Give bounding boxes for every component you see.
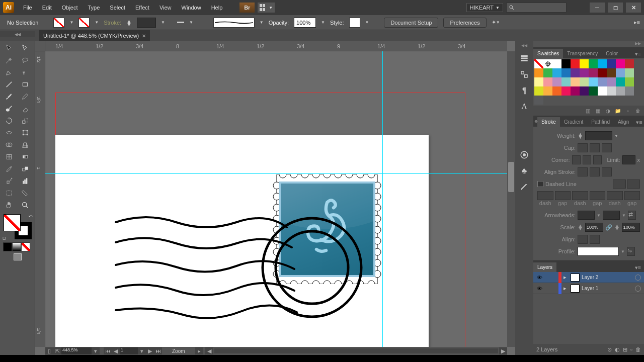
color-mode-none[interactable]: [21, 242, 30, 251]
graphic-style[interactable]: [349, 18, 360, 28]
make-clipping-mask-button[interactable]: ◐: [615, 346, 620, 353]
paintbrush-tool[interactable]: [1, 90, 17, 103]
swatch[interactable]: [607, 59, 616, 68]
swatch[interactable]: [589, 86, 598, 96]
pen-tool[interactable]: [1, 66, 17, 78]
dash-2-input[interactable]: [572, 191, 588, 200]
align-stroke-inside[interactable]: [590, 167, 600, 176]
horizontal-scrollbar[interactable]: [214, 348, 498, 353]
swatch[interactable]: [552, 77, 561, 86]
swatch[interactable]: [580, 68, 589, 77]
swatch[interactable]: [598, 59, 607, 68]
type-tool[interactable]: T: [17, 66, 33, 78]
blend-tool[interactable]: [17, 163, 33, 175]
swatch-kind-menu[interactable]: ▦: [594, 107, 602, 114]
document-tab[interactable]: Untitled-1* @ 448.5% (CMYK/Preview) ✕: [39, 30, 150, 41]
locate-object-button[interactable]: ⊙: [607, 346, 612, 353]
dash-1-input[interactable]: [537, 191, 553, 200]
tab-color[interactable]: Color: [602, 49, 622, 58]
menu-help[interactable]: Help: [206, 2, 228, 14]
perspective-grid-tool[interactable]: [17, 139, 33, 151]
swatch[interactable]: [552, 59, 561, 68]
rectangle-tool[interactable]: [17, 78, 33, 90]
user-menu[interactable]: HIKEART▼: [466, 3, 503, 12]
hand-tool[interactable]: [1, 199, 17, 211]
arrow-scale-start[interactable]: 100%: [585, 223, 603, 232]
character-panel-icon[interactable]: A: [517, 100, 531, 114]
arrowhead-start[interactable]: [578, 211, 595, 220]
stroke-swatch[interactable]: [78, 18, 90, 28]
ruler-origin[interactable]: [35, 41, 45, 51]
symbols-panel-icon[interactable]: ♣: [517, 164, 531, 178]
fill-stroke-indicator[interactable]: ⤺ ◻: [3, 213, 33, 240]
slice-tool[interactable]: [17, 187, 33, 199]
vertical-scrollbar[interactable]: [507, 51, 515, 347]
swatch-options-button[interactable]: ◑: [604, 107, 612, 114]
menu-select[interactable]: Select: [105, 2, 130, 14]
fill-swatch[interactable]: [53, 18, 64, 28]
first-artboard-button[interactable]: ▯: [45, 347, 53, 354]
swatch[interactable]: [571, 68, 580, 77]
gap-2-input[interactable]: [590, 191, 606, 200]
color-mode-solid[interactable]: [3, 242, 12, 251]
swatch[interactable]: [534, 86, 543, 96]
menu-type[interactable]: Type: [83, 2, 105, 14]
cap-butt-button[interactable]: [578, 143, 588, 152]
canvas[interactable]: [45, 51, 507, 347]
scroll-left-button[interactable]: ◀: [205, 347, 213, 354]
corner-bevel-button[interactable]: [593, 155, 602, 164]
scale-tool[interactable]: [17, 115, 33, 127]
tab-swatches[interactable]: Swatches: [533, 49, 563, 58]
swatch[interactable]: [543, 86, 552, 96]
swap-arrowheads-button[interactable]: ⇄: [628, 211, 636, 220]
swatch[interactable]: [625, 77, 634, 86]
lasso-tool[interactable]: [17, 54, 33, 66]
menu-object[interactable]: Object: [57, 2, 83, 14]
swatch[interactable]: [571, 86, 580, 96]
swatch[interactable]: [589, 68, 598, 77]
close-tab-icon[interactable]: ✕: [142, 33, 146, 39]
visibility-toggle[interactable]: 👁: [533, 286, 545, 292]
bridge-button[interactable]: Br: [239, 3, 255, 13]
arrow-scale-end[interactable]: 100%: [622, 223, 640, 232]
swatch[interactable]: [616, 86, 625, 96]
arrowhead-end[interactable]: [603, 211, 620, 220]
expand-layer-icon[interactable]: ▸: [564, 274, 569, 281]
align-to-button[interactable]: ✦▼: [492, 19, 500, 26]
next-page-button[interactable]: ▶: [146, 347, 154, 354]
tab-layers[interactable]: Layers: [533, 262, 556, 272]
eraser-tool[interactable]: [17, 103, 33, 115]
document-setup-button[interactable]: Document Setup: [384, 18, 438, 28]
swatch[interactable]: [561, 68, 571, 77]
search-input[interactable]: [506, 3, 567, 13]
transform-panel-icon[interactable]: [517, 67, 531, 81]
status-dropdown[interactable]: ▸: [195, 347, 203, 354]
gradient-tool[interactable]: [17, 151, 33, 163]
swatch[interactable]: [625, 68, 634, 77]
minimize-button[interactable]: ─: [590, 3, 605, 13]
delete-layer-button[interactable]: 🗑: [635, 346, 641, 353]
swatch[interactable]: [561, 59, 571, 68]
menu-view[interactable]: View: [154, 2, 177, 14]
swatch[interactable]: [534, 68, 543, 77]
layers-panel-menu[interactable]: ▾≡: [632, 263, 644, 272]
layer-target-button[interactable]: [635, 286, 641, 292]
preferences-button[interactable]: Preferences: [443, 18, 486, 28]
corner-miter-button[interactable]: [572, 155, 581, 164]
swatch[interactable]: [534, 96, 543, 105]
restore-button[interactable]: ◻: [608, 3, 623, 13]
prev-page-button[interactable]: ◀: [112, 347, 120, 354]
swatch[interactable]: [552, 86, 561, 96]
eyedropper-tool[interactable]: [1, 163, 17, 175]
opacity-field[interactable]: 100%: [294, 18, 316, 28]
first-page-button[interactable]: ⏮: [104, 347, 112, 354]
dashed-line-checkbox[interactable]: [537, 181, 543, 187]
tab-stroke[interactable]: Stroke: [537, 117, 560, 127]
column-graph-tool[interactable]: [17, 175, 33, 187]
free-transform-tool[interactable]: [17, 127, 33, 139]
swatch[interactable]: [616, 59, 625, 68]
last-page-button[interactable]: ⏭: [154, 347, 162, 354]
cap-projecting-button[interactable]: [602, 143, 612, 152]
toolbox-collapse[interactable]: ◀◀: [0, 31, 35, 37]
layer-name-label[interactable]: Layer 2: [582, 275, 633, 280]
